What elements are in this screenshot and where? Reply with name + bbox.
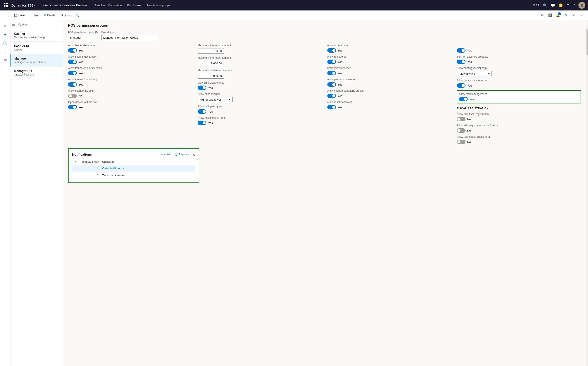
toggle-reject-order[interactable] <box>327 60 336 64</box>
prop-price-override: Allow price override Higher and lower ▾ <box>198 92 322 102</box>
prop-change-peripheral-station: Allow change peripheral station Yes <box>327 89 452 98</box>
toggle-skip-health-check[interactable] <box>457 140 465 144</box>
fiscal-title: FISCAL REGISTRATION <box>457 107 581 110</box>
collapse-notifications-button[interactable]: ∧ <box>193 152 195 156</box>
desc-input[interactable] <box>101 35 158 40</box>
toggle-multiple-shift-logon[interactable] <box>198 121 206 125</box>
toggle-change-peripheral-station[interactable] <box>327 94 336 98</box>
toggle-sell-non-assorted[interactable] <box>457 60 465 64</box>
max-line-return-input-2[interactable] <box>198 61 224 66</box>
prop-label: Allow accept order <box>327 44 452 47</box>
prop-store-inventory-user: Store inventory user Yes <box>327 67 452 75</box>
nav-clock-icon[interactable]: 🕐 <box>1 39 9 47</box>
toggle-col4-0[interactable] <box>457 48 465 53</box>
close-icon[interactable]: ✕ <box>578 12 585 18</box>
id-label: POS permission group ID <box>68 31 98 34</box>
toggle-label: Yes <box>338 94 342 98</box>
max-line-return-input-1[interactable] <box>198 48 224 54</box>
prop-view-time-clock: View time clock entries Yes <box>198 81 322 90</box>
nav-home-icon[interactable]: ⌂ <box>1 22 9 30</box>
app-name[interactable]: Dynamics 365 ▾ <box>11 3 35 7</box>
prop-sell-non-assorted: Sell non-assorted products Yes <box>457 55 581 64</box>
list-item[interactable]: Cashier Cashier Permission Group <box>10 29 63 42</box>
toggle-label: Yes <box>79 60 83 63</box>
prop-multiple-logons: Allow multiple logons Yes <box>198 105 322 114</box>
waffle-icon[interactable] <box>3 2 10 9</box>
prop-reject-order: Allow reject order Yes <box>327 55 452 64</box>
toggle-skip-fiscal-registration[interactable] <box>457 117 465 121</box>
prop-printing-receipt-copy: Allow printing receipt copy Allow always… <box>457 67 581 76</box>
toggle-accept-order[interactable] <box>327 48 336 53</box>
toggle-store-inventory-user[interactable] <box>327 71 336 75</box>
search-command-icon[interactable]: 🔍 <box>75 13 79 17</box>
search-box[interactable]: 🔍 <box>16 22 61 27</box>
save-icon: 💾 <box>14 14 17 17</box>
search-icon[interactable]: 🔍 <box>543 3 547 8</box>
prop-accept-order: Allow accept order Yes <box>327 44 452 53</box>
add-notification-button[interactable]: + + Add <box>161 153 171 156</box>
toggle-tender-declaration[interactable] <box>68 48 77 53</box>
nav-list-icon[interactable]: ☰ <box>1 57 9 65</box>
avatar[interactable]: 👤 <box>578 2 585 9</box>
id-desc-row: POS permission group ID Description <box>68 31 581 40</box>
toggle-password-change[interactable] <box>327 82 336 87</box>
props-col3: Allow accept order Yes Allow reject orde… <box>327 44 452 144</box>
nav-collapse-icon[interactable]: ☰ <box>3 12 11 19</box>
toggle-label: Yes <box>467 84 472 87</box>
list-item[interactable]: Cashier RU Кассир <box>10 42 63 54</box>
svg-rect-3 <box>4 5 5 6</box>
toggle-task-management[interactable] <box>459 97 468 101</box>
printing-receipt-dropdown[interactable]: Allow always ▾ <box>457 71 492 76</box>
nav-star-icon[interactable]: ★ <box>1 30 9 38</box>
toggle-label: Yes <box>338 49 342 52</box>
filter-icon[interactable]: ⊞ <box>12 23 15 26</box>
filter-input[interactable] <box>22 23 59 26</box>
notifications-badge-icon[interactable]: 🔔 0 <box>555 12 561 18</box>
toggle-open-drawer[interactable] <box>68 105 77 109</box>
face-icon[interactable]: 😊 <box>558 3 563 8</box>
toggle-label: Yes <box>79 49 83 52</box>
new-button[interactable]: + New <box>28 12 41 18</box>
prop-label: Allow change, no void <box>68 89 192 92</box>
delete-button[interactable]: 🗑 Delete <box>41 12 58 18</box>
office-icon[interactable]: 🅾 <box>547 12 553 18</box>
command-right-tools: ⚙ 🅾 🔔 0 ↻ ⤢ ✕ <box>539 12 585 18</box>
remove-notification-button[interactable]: 🗑 Remove <box>175 153 189 156</box>
price-override-dropdown[interactable]: Higher and lower ▾ <box>198 97 232 102</box>
col-check: ✓ <box>72 159 79 165</box>
operation-link[interactable]: Order fulfillment ▾ <box>102 167 193 170</box>
prop-transaction-voiding: Allow transaction voiding Yes <box>68 78 192 87</box>
max-total-return-input[interactable] <box>198 73 224 79</box>
notifications-section: Notifications + + Add 🗑 Remove ∧ <box>68 148 199 183</box>
list-item[interactable]: Manager RU Старший кассир <box>10 67 63 79</box>
toggle-reset-password[interactable] <box>327 105 336 109</box>
popout-icon[interactable]: ⤢ <box>571 12 577 18</box>
toggle-skip-registration-mark[interactable] <box>457 128 465 133</box>
toggle-floating-declaration[interactable] <box>68 60 77 64</box>
list-item-selected[interactable]: Manager Manager Permission Group <box>10 54 63 67</box>
personalize-icon[interactable]: ⚙ <box>539 12 545 18</box>
svg-rect-4 <box>6 5 7 6</box>
list-item-subtitle: Старший кассир <box>14 73 59 76</box>
toggle-create-transfer-order[interactable] <box>457 83 465 88</box>
toggle-change-no-void[interactable] <box>68 94 77 98</box>
desc-field-group: Description <box>101 31 158 40</box>
help-icon[interactable]: ? <box>573 3 575 7</box>
options-button[interactable]: Options <box>59 12 73 18</box>
svg-rect-5 <box>7 5 8 6</box>
refresh-icon[interactable]: ↻ <box>563 12 569 18</box>
chat-icon[interactable]: 💬 <box>551 3 555 8</box>
settings-icon[interactable]: ⚙ <box>566 3 569 8</box>
row-operation: Task management <box>101 172 195 179</box>
id-input[interactable] <box>68 35 94 40</box>
toggle-view-time-clock[interactable] <box>198 85 206 90</box>
scrollbar-thumb[interactable] <box>587 29 588 55</box>
scrollbar-track[interactable] <box>586 20 588 366</box>
toggle-transaction-voiding[interactable] <box>68 82 77 87</box>
table-row[interactable]: 1 Order fulfillment ▾ <box>72 165 195 172</box>
toggle-transaction-suspension[interactable] <box>68 71 77 75</box>
nav-grid-icon[interactable]: ⊞ <box>1 48 9 56</box>
toggle-multiple-logons[interactable] <box>198 109 206 114</box>
save-button[interactable]: 💾 Save <box>12 12 27 18</box>
table-row[interactable]: 2 Task management <box>72 172 195 179</box>
